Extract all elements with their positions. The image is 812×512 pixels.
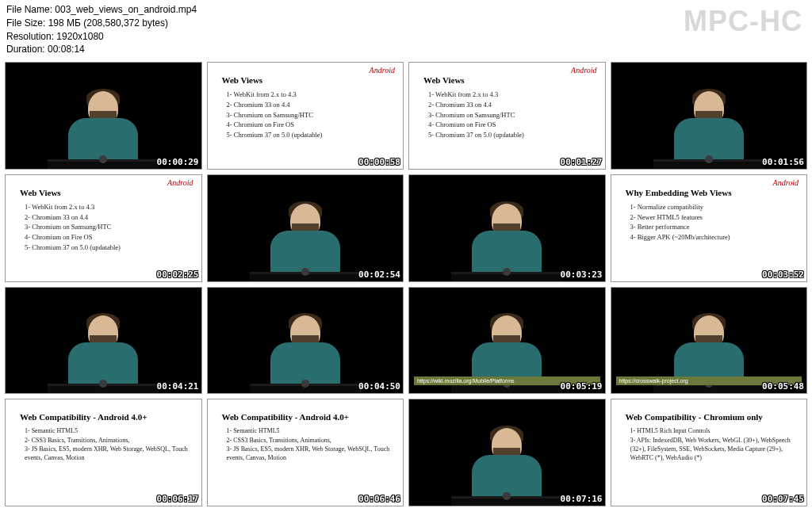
timestamp: 00:06:17 <box>157 494 199 504</box>
slide-title: Web Compatibility - Android 4.0+ <box>20 412 193 422</box>
slide-list-item: 2- Newer HTML5 features <box>630 212 799 223</box>
slide-list-item: 1- Semantic HTML5 <box>227 426 396 435</box>
slide-list-item: 2- CSS3 Basics, Transitions, Animations, <box>227 436 396 445</box>
timestamp: 00:01:56 <box>762 157 804 167</box>
slide-list: 1- WebKit from 2.x to 4.32- Chromium 33 … <box>227 90 396 140</box>
slide-list-item: 3- APIs: IndexedDB, Web Workers, WebGL (… <box>630 436 799 463</box>
timestamp: 00:02:25 <box>157 269 199 280</box>
slide-tag: Android <box>571 66 596 75</box>
timestamp: 00:05:48 <box>762 381 804 392</box>
thumb-16[interactable]: Web Compatibility - Chromium only 1- HTM… <box>611 399 808 506</box>
timestamp: 00:05:19 <box>561 381 603 392</box>
slide-list-item: 1- WebKit from 2.x to 4.3 <box>227 90 396 100</box>
slide-list: 1- Semantic HTML52- CSS3 Basics, Transit… <box>227 426 396 462</box>
thumb-15[interactable]: 00:07:16 <box>408 399 606 506</box>
thumb-8[interactable]: Android Why Embedding Web Views 1- Norma… <box>611 174 808 282</box>
thumb-3[interactable]: Android Web Views 1- WebKit from 2.x to … <box>408 62 606 170</box>
slide-title: Web Views <box>423 75 597 85</box>
slide-tag: Android <box>370 66 395 75</box>
slide-list-item: 1- Normalize compatibility <box>630 202 799 212</box>
slide-title: Web Views <box>20 188 193 197</box>
slide-title: Why Embedding Web Views <box>626 188 799 197</box>
slide-list-item: 3- JS Basics, ES5, modern XHR, Web Stora… <box>227 445 396 462</box>
thumb-10[interactable]: 00:04:50 <box>207 287 404 395</box>
slide-list-item: 2- Chromium 33 on 4.4 <box>428 100 597 110</box>
timestamp: 00:04:50 <box>358 381 400 392</box>
thumb-11[interactable]: https://wiki.mozilla.org/Mobile/Platform… <box>408 287 606 395</box>
slide-list-item: 5- Chromium 37 on 5.0 (updatable) <box>428 130 597 140</box>
timestamp: 00:03:52 <box>762 269 804 280</box>
slide-tag: Android <box>167 178 193 187</box>
slide-list-item: 1- HTML5 Rich Input Controls <box>630 426 799 435</box>
slide-list: 1- Normalize compatibility2- Newer HTML5… <box>630 202 799 243</box>
slide-list: 1- WebKit from 2.x to 4.32- Chromium 33 … <box>25 202 193 253</box>
slide-title: Web Compatibility - Chromium only <box>626 412 799 422</box>
slide-list-item: 3- JS Basics, ES5, modern XHR, Web Stora… <box>25 445 193 462</box>
slide-tag: Android <box>773 178 799 187</box>
thumb-6[interactable]: 00:02:54 <box>207 174 404 282</box>
slide-list-item: 3- Chromium on Samsung/HTC <box>25 222 193 232</box>
thumb-12[interactable]: https://crosswalk-project.org 00:05:48 <box>611 287 808 395</box>
thumb-13[interactable]: Web Compatibility - Android 4.0+ 1- Sema… <box>5 399 202 506</box>
timestamp: 00:06:46 <box>358 494 400 504</box>
slide-list-item: 5- Chromium 37 on 5.0 (updatable) <box>25 243 193 253</box>
thumb-7[interactable]: 00:03:23 <box>408 174 606 282</box>
slide-list-item: 4- Chromium on Fire OS <box>428 120 597 130</box>
timestamp: 00:02:54 <box>358 269 400 280</box>
slide-list-item: 4- Chromium on Fire OS <box>25 232 193 243</box>
slide-list-item: 1- Semantic HTML5 <box>25 426 193 435</box>
slide-list-item: 2- Chromium 33 on 4.4 <box>227 100 396 110</box>
timestamp: 00:00:58 <box>358 157 400 167</box>
timestamp: 00:01:27 <box>561 157 603 167</box>
timestamp: 00:00:29 <box>157 157 199 167</box>
thumbnail-grid: 00:00:29 Android Web Views 1- WebKit fro… <box>0 59 812 511</box>
slide-title: Web Views <box>222 75 396 85</box>
thumb-9[interactable]: 00:04:21 <box>5 287 202 395</box>
slide-list-item: 4- Chromium on Fire OS <box>227 120 396 130</box>
slide-list-item: 5- Chromium 37 on 5.0 (updatable) <box>227 130 396 140</box>
slide-list-item: 2- Chromium 33 on 4.4 <box>25 212 193 223</box>
thumb-5[interactable]: Android Web Views 1- WebKit from 2.x to … <box>5 174 202 282</box>
app-brand: MPC-HC <box>684 5 802 38</box>
thumb-4[interactable]: 00:01:56 <box>611 62 808 170</box>
slide-list-item: 3- Chromium on Samsung/HTC <box>227 110 396 120</box>
timestamp: 00:03:23 <box>561 269 603 280</box>
thumb-1[interactable]: 00:00:29 <box>5 62 202 170</box>
slide-list-item: 2- CSS3 Basics, Transitions, Animations, <box>25 436 193 445</box>
slide-list-item: 3- Chromium on Samsung/HTC <box>428 110 597 120</box>
timestamp: 00:07:45 <box>762 494 804 504</box>
slide-list-item: 3- Better performance <box>630 222 799 232</box>
slide-title: Web Compatibility - Android 4.0+ <box>222 412 396 422</box>
thumb-14[interactable]: Web Compatibility - Android 4.0+ 1- Sema… <box>207 399 404 506</box>
slide-list-item: 1- WebKit from 2.x to 4.3 <box>25 202 193 212</box>
slide-list-item: 4- Bigger APK (~20Mb/architecture) <box>630 232 799 243</box>
slide-list-item: 1- WebKit from 2.x to 4.3 <box>428 90 597 100</box>
thumb-2[interactable]: Android Web Views 1- WebKit from 2.x to … <box>207 62 404 170</box>
timestamp: 00:04:21 <box>157 381 199 392</box>
slide-list: 1- Semantic HTML52- CSS3 Basics, Transit… <box>25 426 193 462</box>
slide-list: 1- HTML5 Rich Input Controls3- APIs: Ind… <box>630 426 799 462</box>
timestamp: 00:07:16 <box>561 494 603 504</box>
duration: Duration: 00:08:14 <box>6 43 806 56</box>
slide-list: 1- WebKit from 2.x to 4.32- Chromium 33 … <box>428 90 597 140</box>
